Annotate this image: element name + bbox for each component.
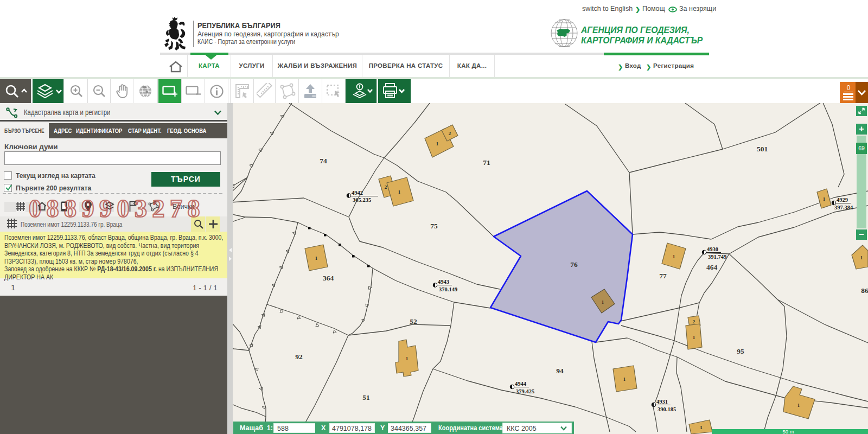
svg-text:501: 501 [757, 145, 768, 153]
svg-text:364: 364 [323, 274, 334, 282]
svg-text:52: 52 [410, 317, 417, 326]
svg-text:1: 1 [398, 189, 401, 195]
svg-text:77: 77 [659, 272, 667, 280]
svg-text:2: 2 [449, 131, 451, 136]
svg-text:397.384: 397.384 [834, 205, 853, 210]
svg-text:1: 1 [693, 335, 695, 340]
svg-text:4944: 4944 [515, 381, 527, 387]
svg-text:92: 92 [295, 353, 303, 361]
svg-text:370.149: 370.149 [439, 286, 457, 292]
svg-text:1: 1 [602, 299, 604, 305]
svg-text:1: 1 [823, 196, 826, 202]
svg-text:4942: 4942 [352, 190, 363, 196]
svg-text:4930: 4930 [707, 246, 718, 252]
svg-text:86: 86 [861, 286, 868, 295]
svg-text:4931: 4931 [656, 399, 668, 405]
svg-text:2: 2 [385, 184, 387, 190]
svg-text:2: 2 [693, 319, 695, 324]
svg-text:1: 1 [860, 255, 863, 260]
svg-text:50 m: 50 m [782, 429, 794, 434]
svg-text:3: 3 [700, 425, 703, 430]
svg-text:4929: 4929 [837, 197, 848, 203]
svg-text:1: 1 [436, 141, 439, 146]
svg-text:94: 94 [556, 367, 564, 375]
svg-text:71: 71 [483, 158, 490, 167]
svg-text:74: 74 [320, 157, 327, 165]
svg-text:379.425: 379.425 [516, 388, 534, 394]
svg-text:1: 1 [673, 254, 675, 259]
svg-text:390.185: 390.185 [658, 406, 676, 412]
svg-text:365.235: 365.235 [353, 197, 371, 203]
svg-text:1: 1 [406, 356, 409, 361]
svg-text:4943: 4943 [438, 279, 449, 285]
svg-text:95: 95 [737, 347, 744, 355]
svg-text:391.749: 391.749 [708, 254, 726, 260]
svg-text:75: 75 [430, 222, 438, 230]
svg-text:1: 1 [797, 403, 800, 408]
svg-text:1: 1 [623, 376, 626, 382]
svg-text:51: 51 [362, 393, 370, 401]
svg-text:1: 1 [315, 256, 318, 261]
svg-text:464: 464 [706, 263, 718, 271]
svg-text:76: 76 [570, 260, 578, 269]
